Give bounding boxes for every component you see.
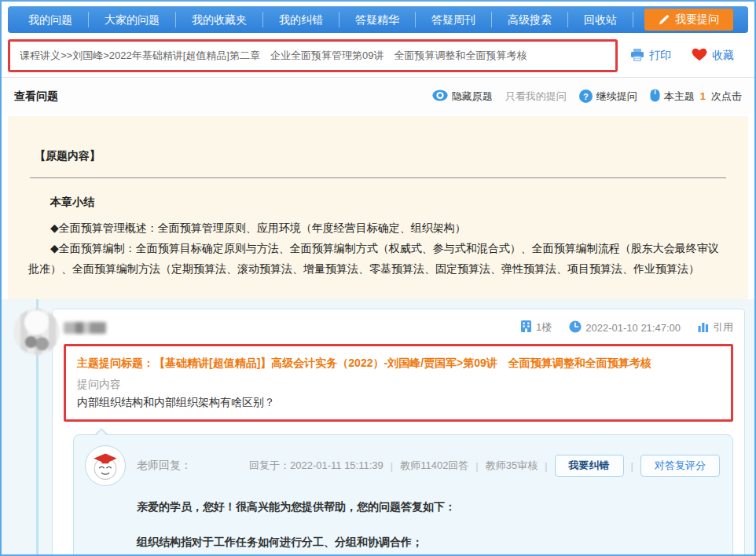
teacher-avatar (85, 445, 126, 486)
breadcrumb: 课程讲义>>刘国峰>2022年基础精讲[超值精品]第二章 企业全面预算管理第09… (8, 39, 618, 72)
breadcrumb-text: 课程讲义>>刘国峰>2022年基础精讲[超值精品]第二章 企业全面预算管理第09… (20, 49, 527, 63)
nav-tab-qa-highlights[interactable]: 答疑精华 (339, 12, 416, 27)
printer-icon (630, 49, 644, 64)
original-divider (30, 177, 726, 178)
page-title: 查看问题 (14, 90, 58, 104)
reply-meta: 回复于：2022-01-11 15:11:39 | 教师11402回答 | 教师… (249, 455, 720, 477)
reply-line: 组织结构指对于工作任务如何进行分工、分组和协调合作； (137, 534, 720, 551)
quote-button[interactable]: 引用 (698, 320, 733, 335)
original-content-label: 【原题内容】 (35, 149, 728, 163)
mouse-icon (650, 89, 660, 104)
chapter-summary-title: 本章小结 (50, 196, 728, 210)
print-label: 打印 (649, 49, 671, 63)
nav-tab-favorites[interactable]: 我的收藏夹 (176, 12, 263, 27)
click-suffix: 次点击 (711, 90, 742, 104)
username-blurred (64, 322, 106, 334)
topic-click-stats: 本主题 1 次点击 (650, 89, 742, 104)
post-time: 2022-01-10 21:47:00 (569, 320, 681, 335)
hide-original-label: 隐藏原题 (452, 90, 493, 104)
only-my-questions-button[interactable]: 只看我的提问 (505, 90, 567, 104)
bars-icon (698, 321, 709, 335)
post-header: 1楼 2022-01-10 21:47:00 引用 (64, 317, 733, 338)
reply-reviewed-by: 教师35审核 (486, 459, 538, 473)
eye-icon (432, 90, 448, 104)
heart-icon (692, 48, 707, 64)
qa-page: 我的问题 大家的问题 我的收藏夹 我的纠错 答疑精华 答疑周刊 高级搜索 回收站… (0, 0, 756, 556)
breadcrumb-actions: 打印 收藏 (630, 48, 734, 64)
only-my-questions-label: 只看我的提问 (505, 90, 567, 104)
nav-tab-my-corrections[interactable]: 我的纠错 (263, 12, 339, 27)
nav-tab-my-questions[interactable]: 我的问题 (13, 12, 89, 27)
summary-paragraph-2: ◆全面预算编制：全面预算目标确定原则与方法、全面预算编制方式（权威式、参与式和混… (28, 238, 728, 279)
question-title-label: 主题提问标题： (77, 357, 154, 369)
view-actions: 隐藏原题 只看我的提问 ? 继续提问 本主题 1 次点击 (432, 89, 742, 104)
question-box: 主题提问标题：【基础精讲[超值精品]】高级会计实务（2022）-刘国峰/贾国军>… (64, 344, 733, 422)
reply-header: 老师回复： 回复于：2022-01-11 15:11:39 | 教师11402回… (137, 445, 720, 486)
reply-time: 回复于：2022-01-11 15:11:39 (249, 459, 384, 473)
floor-label: 1楼 (536, 320, 552, 335)
print-button[interactable]: 打印 (630, 49, 671, 64)
nav-tab-recycle-bin[interactable]: 回收站 (568, 12, 633, 27)
building-icon (520, 320, 532, 335)
quote-label: 引用 (713, 320, 733, 335)
question-content-label: 提问内容 (77, 378, 720, 392)
report-error-button[interactable]: 我要纠错 (555, 455, 624, 477)
post-bubble: 1楼 2022-01-10 21:47:00 引用 (52, 309, 745, 554)
favorite-button[interactable]: 收藏 (692, 48, 734, 64)
original-content-box: 【原题内容】 本章小结 ◆全面预算管理概述：全面预算管理原则、应用环境（年度经营… (8, 116, 748, 299)
question-title-text: 【基础精讲[超值精品]】高级会计实务（2022）-刘国峰/贾国军>第09讲 全面… (154, 357, 651, 369)
click-count: 1 (700, 90, 706, 102)
floor-indicator: 1楼 (520, 320, 552, 335)
thread-area: 1楼 2022-01-10 21:47:00 引用 (2, 299, 754, 554)
breadcrumb-row: 课程讲义>>刘国峰>2022年基础精讲[超值精品]第二章 企业全面预算管理第09… (8, 39, 748, 72)
teacher-reply-label: 老师回复： (137, 459, 192, 473)
continue-ask-button[interactable]: ? 继续提问 (579, 90, 637, 104)
topic-label: 本主题 (664, 90, 695, 104)
favorite-label: 收藏 (712, 49, 734, 63)
ask-question-button[interactable]: 我要提问 (644, 9, 733, 31)
nav-tab-qa-weekly[interactable]: 答疑周刊 (416, 12, 492, 27)
pencil-icon (659, 14, 670, 25)
question-circle-icon: ? (579, 90, 593, 103)
post-time-label: 2022-01-10 21:47:00 (585, 322, 681, 334)
rate-reply-button[interactable]: 对答复评分 (640, 455, 720, 477)
question-content-text: 内部组织结构和内部组织架构有啥区别？ (77, 396, 720, 410)
post-meta: 1楼 2022-01-10 21:47:00 引用 (520, 320, 733, 335)
question-title: 主题提问标题：【基础精讲[超值精品]】高级会计实务（2022）-刘国峰/贾国军>… (77, 354, 720, 371)
top-nav: 我的问题 大家的问题 我的收藏夹 我的纠错 答疑精华 答疑周刊 高级搜索 回收站… (8, 6, 748, 33)
clock-icon (569, 320, 582, 335)
ask-question-label: 我要提问 (675, 13, 719, 27)
teacher-reply-box: 老师回复： 回复于：2022-01-11 15:11:39 | 教师11402回… (73, 434, 733, 554)
user-avatar (13, 309, 60, 355)
view-question-row: 查看问题 隐藏原题 只看我的提问 ? 继续提问 本主题 1 次点 (2, 78, 754, 115)
hide-original-button[interactable]: 隐藏原题 (432, 90, 493, 104)
reply-line: 亲爱的学员，您好！很高兴能为您提供帮助，您的问题答复如下： (137, 499, 720, 515)
reply-answered-by: 教师11402回答 (400, 459, 468, 473)
summary-paragraph-1: ◆全面预算管理概述：全面预算管理原则、应用环境（年度经营目标确定、组织架构） (28, 218, 728, 238)
nav-tab-all-questions[interactable]: 大家的问题 (89, 12, 176, 27)
reply-body: 亲爱的学员，您好！很高兴能为您提供帮助，您的问题答复如下： 组织结构指对于工作任… (137, 488, 720, 554)
nav-tab-advanced-search[interactable]: 高级搜索 (492, 12, 568, 27)
continue-ask-label: 继续提问 (596, 90, 637, 104)
